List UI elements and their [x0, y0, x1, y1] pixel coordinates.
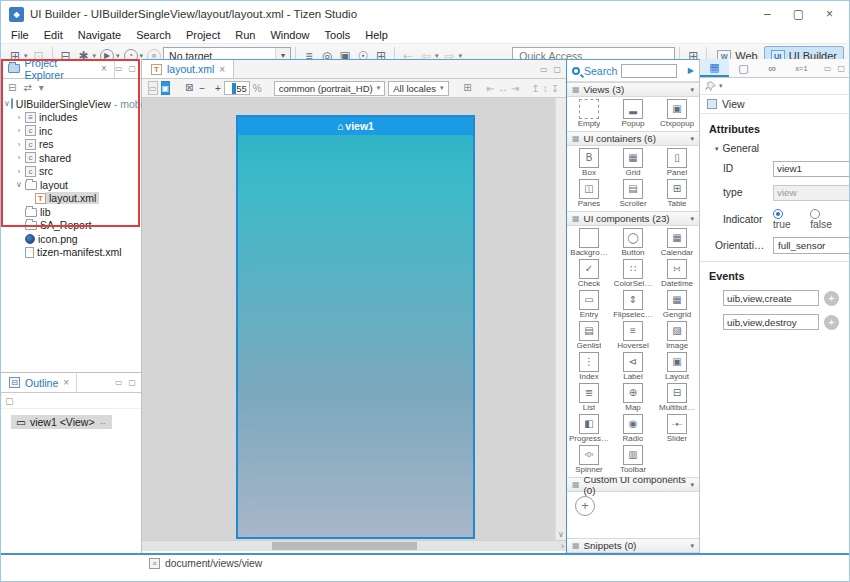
- view1-content-area[interactable]: [238, 135, 473, 537]
- palette-item-layout[interactable]: ▣ Layout: [655, 352, 699, 383]
- scroll-right-icon[interactable]: ›: [561, 541, 564, 552]
- menu-help[interactable]: Help: [365, 29, 388, 41]
- event-create-field[interactable]: [723, 290, 819, 306]
- palette-item-progressbar[interactable]: ◧ Progress…: [567, 414, 611, 445]
- tree-item-layout-xml[interactable]: T layout.xml: [34, 192, 141, 206]
- palette-item-spinner[interactable]: ‹0› Spinner: [567, 445, 611, 476]
- general-group-header[interactable]: ▾ General: [715, 143, 841, 154]
- maximize-button[interactable]: ▢: [793, 7, 804, 21]
- chevron-down-icon[interactable]: ▾: [690, 135, 694, 143]
- palette-item-ctxpopup[interactable]: ▣ Ctxpopup: [655, 99, 699, 130]
- maximize-panel-icon[interactable]: ▢: [837, 64, 845, 73]
- palette-item-radio[interactable]: ◉ Radio: [611, 414, 655, 445]
- chevron-down-icon[interactable]: ▾: [690, 481, 694, 489]
- palette-item-image[interactable]: ▨ Image: [655, 321, 699, 352]
- locale-select[interactable]: All locales ▾: [388, 81, 448, 96]
- section-header-views[interactable]: ▦ Views (3) ▾: [567, 82, 699, 97]
- palette-item-genlist[interactable]: ▤ Genlist: [567, 321, 611, 352]
- orientation-select[interactable]: full_sensor ▾: [773, 237, 850, 254]
- minimize-button[interactable]: –: [764, 7, 771, 21]
- design-canvas[interactable]: ⌂ view1 ∨: [142, 98, 566, 540]
- menu-tools[interactable]: Tools: [325, 29, 351, 41]
- maximize-panel-icon[interactable]: ▢: [128, 378, 136, 387]
- tab-layout-xml[interactable]: T layout.xml ×: [142, 60, 234, 78]
- maximize-panel-icon[interactable]: ▢: [553, 65, 561, 74]
- palette-item-popup[interactable]: ▂ Popup: [611, 99, 655, 130]
- menu-project[interactable]: Project: [186, 29, 220, 41]
- pin-dropdown-icon[interactable]: ▾: [719, 82, 723, 90]
- chevron-down-icon[interactable]: ▾: [690, 86, 694, 94]
- palette-item-button[interactable]: ◯ Button: [611, 228, 655, 259]
- palette-search-input[interactable]: [621, 64, 677, 78]
- resolution-select[interactable]: common (portrait_HD) ▾: [274, 81, 385, 96]
- tab-resources[interactable]: ∞: [758, 59, 787, 77]
- tree-item-shared[interactable]: › c shared: [14, 151, 141, 165]
- palette-item-label[interactable]: ⊲ Label: [611, 352, 655, 383]
- palette-item-toolbar[interactable]: ▥ Toolbar: [611, 445, 655, 476]
- menu-file[interactable]: File: [11, 29, 29, 41]
- grid-toggle-icon[interactable]: ⊞: [461, 79, 475, 97]
- zoom-slider-thumb[interactable]: [232, 83, 236, 94]
- menu-search[interactable]: Search: [136, 29, 171, 41]
- palette-item-hoversel[interactable]: ≡ Hoversel: [611, 321, 655, 352]
- expand-arrow-icon[interactable]: ∨: [4, 99, 10, 108]
- tab-attributes[interactable]: ▦: [700, 59, 729, 77]
- tree-item-inc[interactable]: › c inc: [14, 124, 141, 138]
- align-bottom-icon[interactable]: ↧: [551, 83, 559, 94]
- fit-to-screen-icon[interactable]: ⊠: [182, 79, 196, 97]
- collapse-arrow-icon[interactable]: ›: [14, 167, 24, 176]
- palette-item-panes[interactable]: ◫ Panes: [567, 179, 611, 210]
- collapse-arrow-icon[interactable]: ›: [14, 126, 24, 135]
- canvas-horizontal-scrollbar[interactable]: ›: [142, 540, 566, 551]
- minimize-panel-icon[interactable]: ▭: [115, 378, 123, 387]
- menu-edit[interactable]: Edit: [44, 29, 63, 41]
- close-icon[interactable]: ×: [219, 64, 225, 75]
- close-icon[interactable]: ×: [101, 63, 107, 74]
- tab-outline[interactable]: ⊟ Outline ×: [1, 373, 77, 392]
- design-view-mode-button[interactable]: ▣: [161, 81, 171, 95]
- tab-preview[interactable]: ▢: [729, 59, 758, 77]
- horizontal-scrollbar-thumb[interactable]: [272, 542, 417, 550]
- palette-item-scroller[interactable]: ▤ Scroller: [611, 179, 655, 210]
- scroll-down-icon[interactable]: ∨: [556, 530, 566, 539]
- chevron-down-icon[interactable]: ▾: [690, 542, 694, 550]
- palette-item-table[interactable]: ⊞ Table: [655, 179, 699, 210]
- canvas-vertical-scrollbar[interactable]: ∨: [555, 98, 566, 540]
- tree-item-res[interactable]: › c res: [14, 138, 141, 152]
- tree-item-sa-report[interactable]: SA_Report: [24, 219, 141, 233]
- section-header-containers[interactable]: ▦ UI containers (6) ▾: [567, 131, 699, 146]
- tree-item-includes[interactable]: › ≡ includes: [14, 111, 141, 125]
- id-field[interactable]: [773, 161, 850, 177]
- add-custom-component-button[interactable]: +: [575, 496, 595, 516]
- close-icon[interactable]: ×: [63, 377, 69, 388]
- expand-arrow-icon[interactable]: ∨: [14, 180, 24, 189]
- palette-item-background[interactable]: Backgro…: [567, 228, 611, 259]
- tab-project-explorer[interactable]: Project Explorer ×: [1, 59, 115, 78]
- palette-item-list[interactable]: ≣ List: [567, 383, 611, 414]
- outline-item-view1[interactable]: ▭ view1 <View> ↔: [11, 415, 112, 429]
- tree-item-tizen-manifest[interactable]: tizen-manifest.xml: [24, 246, 141, 260]
- collapse-arrow-icon[interactable]: ›: [14, 153, 24, 162]
- close-button[interactable]: ×: [826, 7, 833, 21]
- tree-item-icon-png[interactable]: icon.png: [24, 232, 141, 246]
- zoom-value-input[interactable]: [224, 81, 250, 95]
- indicator-false-radio[interactable]: false: [810, 208, 841, 230]
- indicator-true-radio[interactable]: true: [773, 208, 800, 230]
- collapse-all-icon[interactable]: ⊟: [8, 82, 16, 93]
- minimize-panel-icon[interactable]: ▭: [824, 64, 832, 73]
- minimize-panel-icon[interactable]: ▭: [115, 64, 123, 73]
- section-header-components[interactable]: ▦ UI components (23) ▾: [567, 211, 699, 226]
- tab-variables[interactable]: x=1: [787, 59, 816, 77]
- palette-item-colorselector[interactable]: ∷ ColorSel…: [611, 259, 655, 290]
- palette-item-grid[interactable]: ▦ Grid: [611, 148, 655, 179]
- align-left-icon[interactable]: ⇤: [487, 83, 495, 94]
- align-right-icon[interactable]: ⇥: [511, 83, 519, 94]
- chevron-down-icon[interactable]: ▾: [690, 215, 694, 223]
- search-go-icon[interactable]: ▶: [688, 66, 694, 75]
- section-header-custom[interactable]: ▦ Custom UI components (0) ▾: [567, 477, 699, 492]
- tree-item-src[interactable]: › c src: [14, 165, 141, 179]
- palette-item-datetime[interactable]: ∺ Datetime: [655, 259, 699, 290]
- palette-item-panel[interactable]: ▯ Panel: [655, 148, 699, 179]
- palette-item-empty[interactable]: Empty: [567, 99, 611, 130]
- palette-item-flipselector[interactable]: ⇕ Flipselec…: [611, 290, 655, 321]
